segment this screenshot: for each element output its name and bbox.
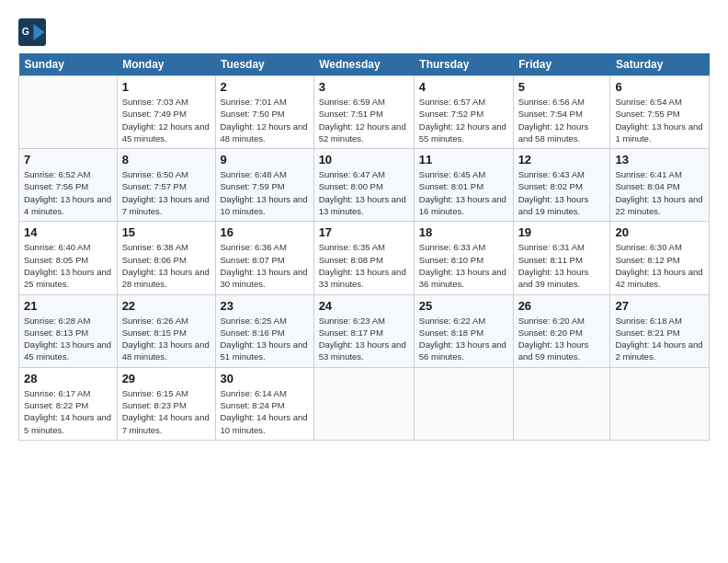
- day-number: 25: [419, 299, 508, 313]
- calendar-cell: 13Sunrise: 6:41 AMSunset: 8:04 PMDayligh…: [610, 149, 710, 222]
- day-info: Sunrise: 6:56 AMSunset: 7:54 PMDaylight:…: [518, 96, 606, 144]
- day-number: 27: [615, 299, 704, 313]
- day-number: 9: [221, 153, 309, 167]
- day-info: Sunrise: 6:25 AMSunset: 8:16 PMDaylight:…: [221, 315, 309, 363]
- calendar-cell: 24Sunrise: 6:23 AMSunset: 8:17 PMDayligh…: [313, 294, 414, 367]
- day-info: Sunrise: 6:18 AMSunset: 8:21 PMDaylight:…: [615, 315, 704, 363]
- week-row-2: 14Sunrise: 6:40 AMSunset: 8:05 PMDayligh…: [19, 222, 710, 294]
- calendar-cell: 23Sunrise: 6:25 AMSunset: 8:16 PMDayligh…: [215, 294, 313, 367]
- svg-text:G: G: [22, 26, 29, 37]
- day-info: Sunrise: 6:38 AMSunset: 8:06 PMDaylight:…: [122, 241, 210, 290]
- calendar-header-row: SundayMondayTuesdayWednesdayThursdayFrid…: [19, 53, 710, 76]
- day-number: 7: [24, 153, 112, 167]
- header-saturday: Saturday: [610, 53, 710, 76]
- day-number: 2: [221, 80, 309, 94]
- day-info: Sunrise: 6:15 AMSunset: 8:23 PMDaylight:…: [122, 387, 210, 436]
- day-number: 20: [615, 225, 704, 239]
- logo-icon: G: [18, 18, 46, 46]
- day-info: Sunrise: 6:36 AMSunset: 8:07 PMDaylight:…: [221, 241, 309, 290]
- calendar-cell: 7Sunrise: 6:52 AMSunset: 7:56 PMDaylight…: [19, 149, 118, 222]
- day-info: Sunrise: 6:33 AMSunset: 8:10 PMDaylight:…: [419, 241, 508, 290]
- week-row-3: 21Sunrise: 6:28 AMSunset: 8:13 PMDayligh…: [19, 294, 710, 367]
- day-number: 30: [221, 372, 309, 385]
- header-friday: Friday: [513, 53, 610, 76]
- calendar-cell: 12Sunrise: 6:43 AMSunset: 8:02 PMDayligh…: [513, 149, 610, 222]
- calendar-cell: [19, 76, 118, 149]
- day-info: Sunrise: 6:57 AMSunset: 7:52 PMDaylight:…: [419, 96, 508, 144]
- day-number: 3: [319, 80, 409, 94]
- day-info: Sunrise: 6:22 AMSunset: 8:18 PMDaylight:…: [419, 315, 508, 363]
- day-number: 16: [221, 225, 309, 239]
- calendar-cell: 9Sunrise: 6:48 AMSunset: 7:59 PMDaylight…: [215, 149, 313, 222]
- day-info: Sunrise: 7:03 AMSunset: 7:49 PMDaylight:…: [122, 96, 210, 144]
- header-sunday: Sunday: [19, 53, 118, 76]
- calendar-cell: 5Sunrise: 6:56 AMSunset: 7:54 PMDaylight…: [513, 76, 610, 149]
- week-row-0: 1Sunrise: 7:03 AMSunset: 7:49 PMDaylight…: [19, 76, 710, 149]
- day-info: Sunrise: 6:35 AMSunset: 8:08 PMDaylight:…: [319, 241, 409, 290]
- calendar-cell: 27Sunrise: 6:18 AMSunset: 8:21 PMDayligh…: [610, 294, 710, 367]
- week-row-1: 7Sunrise: 6:52 AMSunset: 7:56 PMDaylight…: [19, 149, 710, 222]
- calendar-cell: 30Sunrise: 6:14 AMSunset: 8:24 PMDayligh…: [215, 367, 313, 440]
- day-info: Sunrise: 6:28 AMSunset: 8:13 PMDaylight:…: [24, 315, 112, 363]
- header-monday: Monday: [117, 53, 215, 76]
- calendar-cell: 25Sunrise: 6:22 AMSunset: 8:18 PMDayligh…: [414, 294, 513, 367]
- page: G SundayMondayTuesdayWednesdayThursdayFr…: [0, 0, 728, 563]
- calendar-cell: [610, 367, 710, 440]
- calendar-cell: 2Sunrise: 7:01 AMSunset: 7:50 PMDaylight…: [215, 76, 313, 149]
- day-info: Sunrise: 6:23 AMSunset: 8:17 PMDaylight:…: [319, 315, 409, 363]
- calendar-cell: 15Sunrise: 6:38 AMSunset: 8:06 PMDayligh…: [117, 222, 215, 294]
- calendar-cell: 14Sunrise: 6:40 AMSunset: 8:05 PMDayligh…: [19, 222, 118, 294]
- calendar-cell: 16Sunrise: 6:36 AMSunset: 8:07 PMDayligh…: [215, 222, 313, 294]
- day-info: Sunrise: 6:52 AMSunset: 7:56 PMDaylight:…: [24, 168, 112, 217]
- day-number: 6: [615, 80, 704, 94]
- logo: G: [18, 18, 50, 46]
- day-number: 4: [419, 80, 508, 94]
- day-number: 17: [319, 225, 409, 239]
- calendar-cell: 8Sunrise: 6:50 AMSunset: 7:57 PMDaylight…: [117, 149, 215, 222]
- day-number: 12: [518, 153, 606, 167]
- day-number: 19: [518, 225, 606, 239]
- day-number: 13: [615, 153, 704, 167]
- day-number: 8: [122, 153, 210, 167]
- calendar-cell: [414, 367, 513, 440]
- calendar-cell: 18Sunrise: 6:33 AMSunset: 8:10 PMDayligh…: [414, 222, 513, 294]
- day-number: 11: [419, 153, 508, 167]
- day-info: Sunrise: 6:50 AMSunset: 7:57 PMDaylight:…: [122, 168, 210, 217]
- calendar-cell: 1Sunrise: 7:03 AMSunset: 7:49 PMDaylight…: [117, 76, 215, 149]
- day-number: 28: [24, 372, 112, 385]
- day-number: 18: [419, 225, 508, 239]
- day-info: Sunrise: 6:14 AMSunset: 8:24 PMDaylight:…: [221, 387, 309, 436]
- day-info: Sunrise: 6:59 AMSunset: 7:51 PMDaylight:…: [319, 96, 409, 144]
- day-number: 24: [319, 299, 409, 313]
- day-info: Sunrise: 6:47 AMSunset: 8:00 PMDaylight:…: [319, 168, 409, 217]
- day-number: 10: [319, 153, 409, 167]
- calendar-cell: 10Sunrise: 6:47 AMSunset: 8:00 PMDayligh…: [313, 149, 414, 222]
- calendar-cell: 17Sunrise: 6:35 AMSunset: 8:08 PMDayligh…: [313, 222, 414, 294]
- day-info: Sunrise: 6:20 AMSunset: 8:20 PMDaylight:…: [518, 315, 606, 363]
- day-number: 15: [122, 225, 210, 239]
- day-number: 22: [122, 299, 210, 313]
- day-info: Sunrise: 6:45 AMSunset: 8:01 PMDaylight:…: [419, 168, 508, 217]
- header: G: [18, 18, 710, 46]
- day-info: Sunrise: 7:01 AMSunset: 7:50 PMDaylight:…: [221, 96, 309, 144]
- day-info: Sunrise: 6:17 AMSunset: 8:22 PMDaylight:…: [24, 387, 112, 436]
- calendar-cell: 20Sunrise: 6:30 AMSunset: 8:12 PMDayligh…: [610, 222, 710, 294]
- day-number: 29: [122, 372, 210, 385]
- day-number: 5: [518, 80, 606, 94]
- calendar-cell: 3Sunrise: 6:59 AMSunset: 7:51 PMDaylight…: [313, 76, 414, 149]
- calendar-cell: 26Sunrise: 6:20 AMSunset: 8:20 PMDayligh…: [513, 294, 610, 367]
- day-info: Sunrise: 6:30 AMSunset: 8:12 PMDaylight:…: [615, 241, 704, 290]
- calendar-cell: 19Sunrise: 6:31 AMSunset: 8:11 PMDayligh…: [513, 222, 610, 294]
- day-info: Sunrise: 6:41 AMSunset: 8:04 PMDaylight:…: [615, 168, 704, 217]
- calendar-cell: 4Sunrise: 6:57 AMSunset: 7:52 PMDaylight…: [414, 76, 513, 149]
- day-info: Sunrise: 6:26 AMSunset: 8:15 PMDaylight:…: [122, 315, 210, 363]
- day-number: 23: [221, 299, 309, 313]
- day-info: Sunrise: 6:48 AMSunset: 7:59 PMDaylight:…: [221, 168, 309, 217]
- calendar-cell: [513, 367, 610, 440]
- calendar-cell: 22Sunrise: 6:26 AMSunset: 8:15 PMDayligh…: [117, 294, 215, 367]
- week-row-4: 28Sunrise: 6:17 AMSunset: 8:22 PMDayligh…: [19, 367, 710, 440]
- calendar-cell: 11Sunrise: 6:45 AMSunset: 8:01 PMDayligh…: [414, 149, 513, 222]
- day-info: Sunrise: 6:54 AMSunset: 7:55 PMDaylight:…: [615, 96, 704, 144]
- day-info: Sunrise: 6:40 AMSunset: 8:05 PMDaylight:…: [24, 241, 112, 290]
- calendar-cell: 28Sunrise: 6:17 AMSunset: 8:22 PMDayligh…: [19, 367, 118, 440]
